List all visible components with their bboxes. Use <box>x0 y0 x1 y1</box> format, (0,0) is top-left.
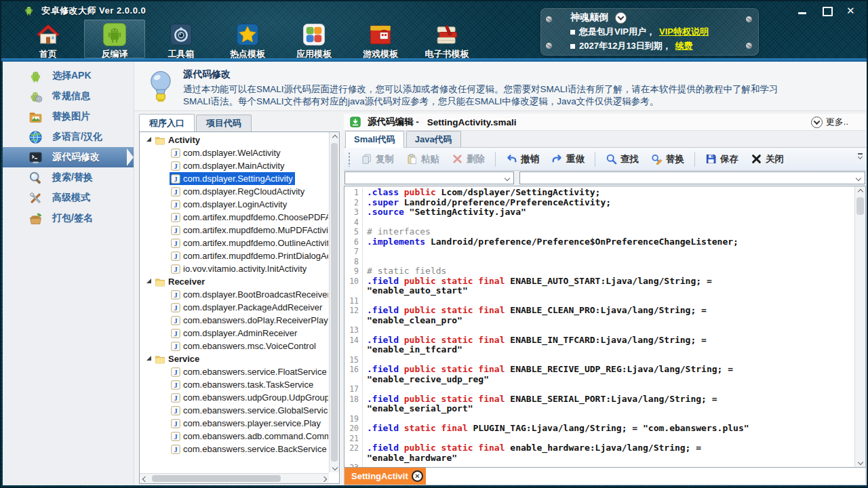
game-icon <box>366 22 395 47</box>
code-row: "enable_auto_start" <box>344 286 854 296</box>
line-number: 16 <box>344 365 363 375</box>
tree-item-row[interactable]: Jcom.ebanswers.service.GlobalService <box>140 404 328 417</box>
tree-tab[interactable]: 程序入口 <box>139 114 195 131</box>
sidebar-item-folder-image[interactable]: 替换图片 <box>3 106 134 127</box>
android-icon <box>100 22 129 47</box>
open-file-tab[interactable]: SettingActivit <box>344 468 426 485</box>
toolbar-button-save[interactable]: 保存 <box>699 150 745 168</box>
toolbar-button-find[interactable]: 查找 <box>599 150 645 168</box>
toolbar-button-paste[interactable]: 粘贴 <box>400 150 446 168</box>
svg-text:J: J <box>174 304 178 312</box>
tree-item-row[interactable]: Jcom.dsplayer.LoginActivity <box>140 198 328 211</box>
redo-icon <box>551 153 563 165</box>
toolbar-button-label: 复制 <box>376 153 394 165</box>
line-number: 9 <box>344 266 363 277</box>
line-number: 13 <box>344 325 363 336</box>
nav-item-toolbox[interactable]: 工具箱 <box>151 20 212 58</box>
toolbar-button-copy[interactable]: 复制 <box>355 150 400 168</box>
type-dropdown[interactable] <box>344 171 514 184</box>
tree-horizontal-scrollbar[interactable] <box>140 473 329 483</box>
tree-item-row[interactable]: Jcom.artifex.mupdfdemo.OutlineActivity <box>140 237 328 249</box>
tree-item-row[interactable]: Jcom.ebanswers.service.FloatService <box>140 365 328 378</box>
line-number: 1 <box>344 188 363 198</box>
paste-icon <box>406 153 418 165</box>
class-tree: ActivityJcom.dsplayer.WelActivityJcom.ds… <box>139 131 340 484</box>
toolbar-button-replace[interactable]: 替换 <box>645 150 690 168</box>
close-tab-icon[interactable] <box>412 470 423 482</box>
tree-item-row[interactable]: Jcom.artifex.mupdfdemo.ChoosePDFActivity <box>140 211 328 224</box>
code-line <box>363 325 367 336</box>
java-file-icon: J <box>170 315 181 326</box>
tree-folder-row[interactable]: Receiver <box>140 275 328 288</box>
member-selector-row <box>344 171 866 186</box>
tree-item-row[interactable]: Jcom.ebanswers.udpGroup.UdpGroup <box>140 391 328 404</box>
toolbar-button-closex[interactable]: 关闭 <box>745 150 790 168</box>
nav-item-star[interactable]: 热点模板 <box>217 20 278 58</box>
code-row: "enable_recive_udp_reg" <box>344 375 854 385</box>
sidebar-item-android-gear[interactable]: 常规信息 <box>3 86 134 106</box>
toolbar-grip[interactable] <box>348 152 351 167</box>
tree-item-row[interactable]: Jcom.artifex.mupdfdemo.PrintDialogActivi… <box>140 249 328 262</box>
code-area[interactable]: 1.class public Lcom/dsplayer/SettingActi… <box>344 186 866 468</box>
toolbar-button-del[interactable]: 删除 <box>446 150 491 168</box>
code-line <box>363 296 367 306</box>
code-row: "enable_hardware" <box>344 453 854 464</box>
code-line: # static fields <box>363 266 446 277</box>
renew-link[interactable]: 续费 <box>675 40 693 52</box>
maximize-button[interactable] <box>822 7 831 15</box>
tree-tab[interactable]: 项目代码 <box>196 115 252 131</box>
tree-item-row[interactable]: Jcom.ebanswers.task.TaskService <box>140 378 328 391</box>
sidebar-item-android-green[interactable]: 选择APK <box>3 66 134 86</box>
tree-item-row[interactable]: Jcom.ebanswers.doPlay.ReceiverPlay <box>140 314 328 327</box>
tree-item-row[interactable]: Jcom.ebanswers.player.service.Play <box>140 417 328 430</box>
nav-item-game[interactable]: 游戏模板 <box>350 20 411 58</box>
tree-folder-row[interactable]: Service <box>140 352 328 365</box>
java-file-icon: J <box>170 392 181 403</box>
tree-item-row[interactable]: Jcom.dsplayer.PackageAddReceiver <box>140 301 328 314</box>
tree-item-label: com.dsplayer.LoginActivity <box>183 199 287 209</box>
line-number: 10 <box>344 277 363 287</box>
tree-item-row[interactable]: Jcom.dsplayer.RegCloudActivity <box>140 185 328 198</box>
tree-folder-row[interactable]: Activity <box>140 134 328 146</box>
tree-item-row[interactable]: Jcom.dsplayer.AdminReceiver <box>140 327 328 340</box>
bullet-icon <box>570 30 575 35</box>
editor-tab[interactable]: Smali代码 <box>345 131 404 148</box>
tree-item-row[interactable]: Jio.vov.vitamio.activity.InitActivity <box>140 262 328 275</box>
sidebar-item-magnifier[interactable]: 搜索/替换 <box>3 167 134 188</box>
tree-item-row[interactable]: Jcom.ebanswers.msc.VoiceControl <box>140 340 328 352</box>
tree-item-row[interactable]: Jcom.dsplayer.WelActivity <box>140 146 328 159</box>
line-number <box>344 316 363 326</box>
nav-item-apps[interactable]: 应用模板 <box>283 20 344 58</box>
line-number <box>344 453 363 464</box>
tree-item-row[interactable]: Jcom.dsplayer.BootBroadcastReceiver <box>140 288 328 301</box>
member-dropdown[interactable] <box>519 171 865 184</box>
toolbar-overflow-button[interactable] <box>856 153 864 159</box>
tree-vertical-scrollbar[interactable] <box>329 132 339 472</box>
minimize-button[interactable] <box>797 7 807 15</box>
close-button[interactable]: ✕ <box>846 7 856 15</box>
nav-item-android[interactable]: 反编译 <box>84 20 145 58</box>
tree-item-row[interactable]: Jcom.ebanswers.adb.command.Command <box>140 430 328 443</box>
tree-item-row[interactable]: Jcom.ebanswers.service.BackService <box>140 443 328 455</box>
sidebar-item-package[interactable]: 打包/签名 <box>3 208 134 228</box>
toolbar-button-undo[interactable]: 撤销 <box>500 150 545 168</box>
nav-item-home[interactable]: 首页 <box>18 20 79 58</box>
toolbar-button-redo[interactable]: 重做 <box>545 150 591 168</box>
toolbar-separator <box>495 152 496 167</box>
tree-item-row[interactable]: Jcom.artifex.mupdfdemo.MuPDFActivity <box>140 224 328 237</box>
code-vertical-scrollbar[interactable] <box>854 186 865 467</box>
editor-tab[interactable]: Java代码 <box>406 131 461 147</box>
sidebar-item-tools[interactable]: 高级模式 <box>3 188 134 208</box>
vip-info-link[interactable]: VIP特权说明 <box>659 26 709 38</box>
tree-item-row[interactable]: Jcom.dsplayer.MainActivity <box>140 159 328 172</box>
code-row: 12.field public static final ENABLE_CLEA… <box>344 306 854 316</box>
user-menu-button[interactable] <box>615 12 627 24</box>
editor-title: 源代码编辑 - <box>368 116 419 128</box>
sidebar-item-terminal[interactable]: 源代码修改 <box>3 147 134 167</box>
nav-item-books[interactable]: 电子书模板 <box>416 20 477 58</box>
sidebar-item-globe[interactable]: 多语言/汉化 <box>3 127 134 147</box>
more-button[interactable]: 更多.. <box>811 116 848 128</box>
tree-item-label: com.ebanswers.service.FloatService <box>183 367 327 377</box>
code-line: .field public static final enable_hardwa… <box>363 443 701 453</box>
tree-item-row[interactable]: Jcom.dsplayer.SettingActivity <box>140 172 328 185</box>
